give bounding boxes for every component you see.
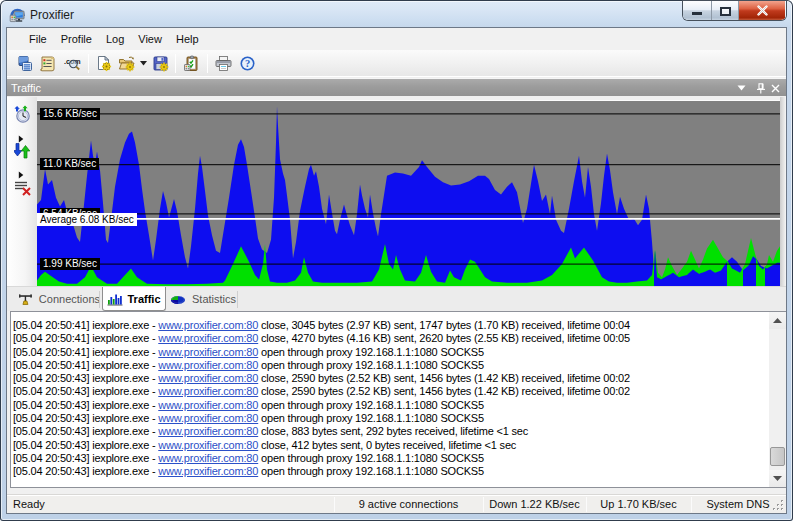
proxy-servers-button[interactable] xyxy=(13,52,36,74)
new-profile-button[interactable] xyxy=(92,52,115,74)
open-profile-dropdown[interactable] xyxy=(138,52,149,74)
log-line: [05.04 20:50:43] iexplore.exe - www.prox… xyxy=(13,439,768,452)
log-line: [05.04 20:50:41] iexplore.exe - www.prox… xyxy=(13,359,768,372)
log-line-message: close, 883 bytes sent, 292 bytes receive… xyxy=(258,425,528,437)
chevron-down-icon xyxy=(737,85,746,91)
log-line-message: open through proxy 192.168.1.1:1080 SOCK… xyxy=(258,412,484,424)
menu-file[interactable]: File xyxy=(22,28,54,50)
log-line-link[interactable]: www.proxifier.com:80 xyxy=(158,319,258,331)
time-scale-dropdown[interactable] xyxy=(18,129,27,138)
log-line-link[interactable]: www.proxifier.com:80 xyxy=(158,332,258,344)
menu-view[interactable]: View xyxy=(131,28,169,50)
log-line-message: close, 2590 bytes (2.52 KB) sent, 1456 b… xyxy=(258,372,630,384)
traffic-tab-icon xyxy=(107,292,123,306)
help-button[interactable]: ? xyxy=(235,52,259,74)
log-line-link[interactable]: www.proxifier.com:80 xyxy=(158,372,258,384)
minimize-button[interactable] xyxy=(683,1,711,20)
panel-title: Traffic xyxy=(11,82,41,94)
time-scale-button[interactable] xyxy=(13,105,32,124)
clear-icon xyxy=(14,179,32,197)
graph-toolbar xyxy=(7,97,37,286)
log-line-message: open through proxy 192.168.1.1:1080 SOCK… xyxy=(258,465,484,477)
close-button[interactable] xyxy=(738,1,785,20)
log-rows: [05.04 20:50:41] iexplore.exe - www.prox… xyxy=(11,312,768,487)
direction-filter-button[interactable] xyxy=(13,141,32,160)
menu-profile[interactable]: Profile xyxy=(54,28,99,50)
close-icon xyxy=(771,84,780,93)
tab-traffic[interactable]: Traffic xyxy=(102,287,166,311)
view-tabs: Connections Traffic xyxy=(7,286,786,311)
proxifier-window: Proxifier File Profile Log View Help xyxy=(0,0,793,521)
title-bar: Proxifier xyxy=(2,2,791,28)
log-line-link[interactable]: www.proxifier.com:80 xyxy=(158,465,258,477)
maximize-button[interactable] xyxy=(711,1,738,20)
log-line-message: open through proxy 192.168.1.1:1080 SOCK… xyxy=(258,346,484,358)
panel-close-button[interactable] xyxy=(768,81,782,95)
log-scrollbar[interactable] xyxy=(769,312,786,487)
log-line-link[interactable]: www.proxifier.com:80 xyxy=(158,412,258,424)
traffic-panel-caption: Traffic xyxy=(7,78,786,96)
log-line-prefix: [05.04 20:50:43] iexplore.exe - xyxy=(13,425,158,437)
log-line-link[interactable]: www.proxifier.com:80 xyxy=(158,452,258,464)
maximize-icon xyxy=(720,7,731,16)
log-panel-icon xyxy=(183,55,200,72)
pin-icon xyxy=(756,83,766,94)
log-line: [05.04 20:50:43] iexplore.exe - www.prox… xyxy=(13,372,768,385)
log-line-prefix: [05.04 20:50:41] iexplore.exe - xyxy=(13,332,158,344)
panel-pin-button[interactable] xyxy=(754,81,768,95)
log-line-link[interactable]: www.proxifier.com:80 xyxy=(158,425,258,437)
toolbar-separator xyxy=(88,54,89,73)
scroll-up-button[interactable] xyxy=(769,312,786,329)
log-line-link[interactable]: www.proxifier.com:80 xyxy=(158,346,258,358)
log-line: [05.04 20:50:43] iexplore.exe - www.prox… xyxy=(13,465,768,478)
tab-label: Traffic xyxy=(127,293,160,305)
log-line: [05.04 20:50:43] iexplore.exe - www.prox… xyxy=(13,425,768,438)
log-panel-button[interactable] xyxy=(179,52,204,74)
name-resolution-icon: .com xyxy=(64,55,81,72)
log-line: [05.04 20:50:43] iexplore.exe - www.prox… xyxy=(13,385,768,398)
tab-connections[interactable]: Connections xyxy=(13,287,100,311)
resize-grip[interactable] xyxy=(772,499,785,512)
log-line-prefix: [05.04 20:50:41] iexplore.exe - xyxy=(13,346,158,358)
log-line-prefix: [05.04 20:50:41] iexplore.exe - xyxy=(13,319,158,331)
name-resolution-button[interactable]: .com xyxy=(59,52,85,74)
log-line-message: open through proxy 192.168.1.1:1080 SOCK… xyxy=(258,452,484,464)
status-down-rate: Down 1.22 KB/sec xyxy=(483,498,586,512)
status-ready: Ready xyxy=(13,498,45,512)
log-pane[interactable]: [05.04 20:50:41] iexplore.exe - www.prox… xyxy=(10,311,786,488)
direction-filter-dropdown[interactable] xyxy=(18,165,27,174)
print-button[interactable] xyxy=(211,52,235,74)
log-line: [05.04 20:50:43] iexplore.exe - www.prox… xyxy=(13,452,768,465)
clear-graph-button[interactable] xyxy=(13,178,32,197)
help-icon: ? xyxy=(239,55,256,72)
tab-label: Statistics xyxy=(192,293,236,305)
save-profile-button[interactable] xyxy=(149,52,172,74)
status-up-rate: Up 1.70 KB/sec xyxy=(586,498,691,512)
tab-statistics[interactable]: Statistics xyxy=(167,287,238,311)
open-profile-button[interactable] xyxy=(115,52,138,74)
client-area: File Profile Log View Help xyxy=(7,28,786,513)
window-controls xyxy=(683,1,786,20)
log-line-link[interactable]: www.proxifier.com:80 xyxy=(158,385,258,397)
log-line-link[interactable]: www.proxifier.com:80 xyxy=(158,359,258,371)
log-line-prefix: [05.04 20:50:41] iexplore.exe - xyxy=(13,359,158,371)
scroll-up-icon xyxy=(773,318,782,323)
proxification-rules-button[interactable] xyxy=(36,52,59,74)
menu-log[interactable]: Log xyxy=(99,28,131,50)
menu-help[interactable]: Help xyxy=(169,28,206,50)
log-line-link[interactable]: www.proxifier.com:80 xyxy=(158,399,258,411)
log-line-prefix: [05.04 20:50:43] iexplore.exe - xyxy=(13,372,158,384)
scroll-thumb[interactable] xyxy=(770,447,785,466)
print-icon xyxy=(215,55,232,72)
panel-expand-button[interactable] xyxy=(734,81,748,95)
toolbar-separator xyxy=(175,54,176,73)
log-line: [05.04 20:50:41] iexplore.exe - www.prox… xyxy=(13,319,768,332)
minimize-icon xyxy=(692,12,702,15)
status-dns: System DNS xyxy=(691,498,785,512)
log-line-link[interactable]: www.proxifier.com:80 xyxy=(158,439,258,451)
log-line-prefix: [05.04 20:50:43] iexplore.exe - xyxy=(13,412,158,424)
scroll-down-button[interactable] xyxy=(769,470,786,487)
screenshot: Proxifier File Profile Log View Help xyxy=(0,0,793,521)
open-profile-icon xyxy=(118,55,135,72)
log-line-prefix: [05.04 20:50:43] iexplore.exe - xyxy=(13,385,158,397)
